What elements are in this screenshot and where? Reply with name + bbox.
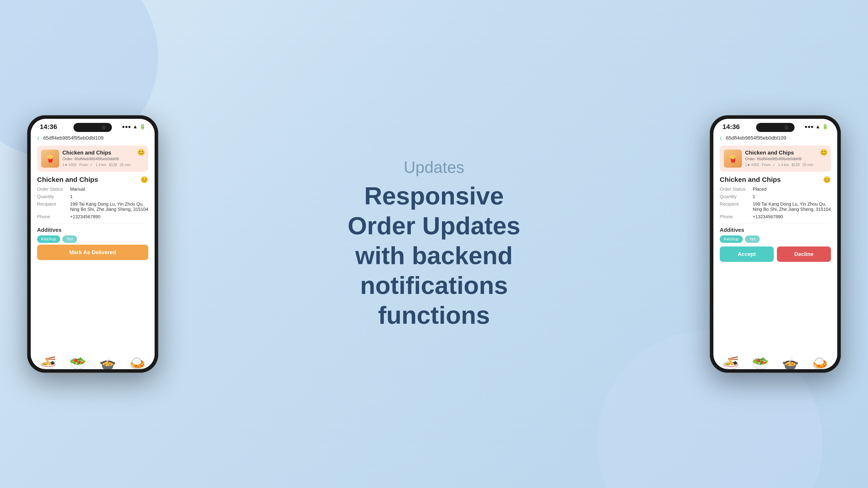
- app-content-left: ‹ 65dfl4eb9854f95eb0dbl109 🍟 Chicken and…: [31, 132, 155, 260]
- detail-row-recipient-left: Recipient 199 Tai Kang Dong Lu, Yin Zhou…: [37, 201, 148, 212]
- additives-label-left: Additives: [37, 227, 148, 233]
- food-icon-r3: 🍲: [782, 355, 799, 369]
- iphone-screen-right: 14:36 ●●● ▲ 🔋 ‹ 65dfl4eb9854f95eb0dbl109…: [713, 119, 837, 369]
- order-emoji-left: 😊: [137, 149, 145, 156]
- food-icon-r4: 🍛: [812, 355, 829, 369]
- food-icon-3: 🍲: [99, 355, 116, 369]
- order-card-subtitle-right: Order: 65dfl4eb9854f95eb0dbl09: [745, 157, 827, 161]
- order-card-info-right: Chicken and Chips Order: 65dfl4eb9854f95…: [745, 150, 827, 167]
- food-thumbnail-left: 🍟: [41, 150, 59, 168]
- tag-yes-right: Yes: [745, 235, 760, 243]
- additives-section-right: Additives Ketchup Yes: [720, 227, 831, 243]
- order-card-meta-left: 1★ #302 From: ✓ 1.4 km $128 25 min: [62, 163, 144, 167]
- food-icon-2: 🥗: [69, 355, 86, 369]
- app-header-left: ‹ 65dfl4eb9854f95eb0dbl109: [37, 132, 148, 145]
- meta-from-left: From: ✓: [79, 163, 93, 167]
- order-card-title-left: Chicken and Chips: [62, 150, 144, 156]
- additives-label-right: Additives: [720, 227, 831, 233]
- back-button-right[interactable]: ‹: [720, 133, 722, 142]
- food-icon-r1: 🍜: [722, 355, 739, 369]
- iphone-frame-left: 14:36 ●●● ▲ 🔋 ‹ 65dfl4eb9854f95eb0dbl109…: [27, 115, 158, 373]
- tag-ketchup-right: Ketchup: [720, 235, 743, 243]
- mark-delivered-button[interactable]: Mark As Delivered: [37, 245, 148, 260]
- status-icons-right: ●●● ▲ 🔋: [804, 124, 828, 130]
- detail-row-recipient-right: Recipient 199 Tai Kang Dong Lu, Yin Zhou…: [720, 201, 831, 212]
- divider-left: [37, 223, 148, 224]
- decline-button[interactable]: Decline: [777, 247, 831, 262]
- divider-right: [720, 223, 831, 224]
- center-content: Updates Responsive Order Updates with ba…: [332, 158, 536, 330]
- accept-button[interactable]: Accept: [720, 247, 774, 262]
- detail-title-right: Chicken and Chips 😊: [720, 176, 831, 184]
- time-left: 14:36: [40, 123, 57, 131]
- food-icon-1: 🍜: [39, 355, 57, 369]
- phone-left: 14:36 ●●● ▲ 🔋 ‹ 65dfl4eb9854f95eb0dbl109…: [27, 115, 158, 373]
- time-right: 14:36: [722, 123, 740, 131]
- recipient-label-left: Recipient: [37, 201, 66, 212]
- order-card-meta-right: 1★ #302 From: ✓ 1.4 km $128 25 min: [745, 163, 827, 167]
- camera-dot-right: [784, 126, 788, 129]
- phone-label-left: Phone: [37, 214, 66, 219]
- additives-tags-right: Ketchup Yes: [720, 235, 831, 243]
- order-emoji-right: 😊: [820, 149, 828, 156]
- status-label-right: Order Status: [720, 187, 749, 192]
- app-header-right: ‹ 65dfl4eb9854f95eb0dbl109: [720, 132, 831, 145]
- detail-row-status-left: Order Status Manual: [37, 187, 148, 192]
- qty-value-right: 1: [753, 194, 831, 199]
- recipient-value-right: 199 Tai Kang Dong Lu, Yin Zhou Qu, Ning …: [753, 201, 831, 212]
- qty-label-right: Quantity: [720, 194, 749, 199]
- iphone-frame-right: 14:36 ●●● ▲ 🔋 ‹ 65dfl4eb9854f95eb0dbl109…: [710, 115, 841, 373]
- main-heading: Responsive Order Updates with backend no…: [332, 181, 536, 330]
- app-content-right: ‹ 65dfl4eb9854f95eb0dbl109 🍟 Chicken and…: [713, 132, 837, 262]
- detail-row-phone-left: Phone +13234567890: [37, 214, 148, 219]
- detail-row-phone-right: Phone +13234567890: [720, 214, 831, 219]
- meta-distance-right: 1.4 km: [778, 163, 789, 167]
- detail-row-qty-right: Quantity 1: [720, 194, 831, 199]
- phone-value-right: +13234567890: [753, 214, 831, 219]
- detail-row-qty-left: Quantity 1: [37, 194, 148, 199]
- additives-section-left: Additives Ketchup Yes: [37, 227, 148, 243]
- recipient-label-right: Recipient: [720, 201, 749, 212]
- order-id-left: 65dfl4eb9854f95eb0dbl109: [43, 135, 103, 141]
- detail-avatar-right: 😊: [823, 176, 831, 184]
- meta-time-left: 25 min: [120, 163, 131, 167]
- additives-tags-left: Ketchup Yes: [37, 235, 148, 243]
- meta-rating-left: 1★ #302: [62, 163, 76, 167]
- tag-yes-left: Yes: [62, 235, 77, 243]
- food-decorations-left: 🍜 🥗 🍲 🍛: [31, 324, 155, 369]
- meta-price-left: $128: [109, 163, 117, 167]
- phone-right: 14:36 ●●● ▲ 🔋 ‹ 65dfl4eb9854f95eb0dbl109…: [710, 115, 841, 373]
- detail-avatar-left: 😊: [141, 176, 148, 184]
- qty-label-left: Quantity: [37, 194, 66, 199]
- back-button-left[interactable]: ‹: [37, 133, 39, 142]
- dynamic-island-left: [73, 123, 112, 132]
- order-card-subtitle-left: Order: 65dfl4eb9854f95eb0dbl09: [62, 157, 144, 161]
- dynamic-island-right: [756, 123, 795, 132]
- food-icon-4: 🍛: [129, 355, 146, 369]
- tag-ketchup-left: Ketchup: [37, 235, 60, 243]
- qty-value-left: 1: [70, 194, 148, 199]
- food-decorations-right: 🍜 🥗 🍲 🍛: [713, 324, 837, 369]
- meta-price-right: $128: [792, 163, 800, 167]
- status-value-left: Manual: [70, 187, 148, 192]
- detail-title-left: Chicken and Chips 😊: [37, 176, 148, 184]
- meta-distance-left: 1.4 km: [95, 163, 106, 167]
- detail-row-status-right: Order Status Placed: [720, 187, 831, 192]
- detail-section-left: Chicken and Chips 😊 Order Status Manual …: [37, 176, 148, 219]
- order-card-left: 🍟 Chicken and Chips Order: 65dfl4eb9854f…: [37, 145, 148, 172]
- detail-section-right: Chicken and Chips 😊 Order Status Placed …: [720, 176, 831, 219]
- meta-time-right: 25 min: [802, 163, 813, 167]
- recipient-value-left: 199 Tai Kang Dong Lu, Yin Zhou Qu, Ning …: [70, 201, 148, 212]
- status-value-right: Placed: [753, 187, 831, 192]
- iphone-screen-left: 14:36 ●●● ▲ 🔋 ‹ 65dfl4eb9854f95eb0dbl109…: [31, 119, 155, 369]
- order-id-right: 65dfl4eb9854f95eb0dbl109: [726, 135, 786, 141]
- action-buttons-right: Accept Decline: [720, 245, 831, 262]
- food-icon-r2: 🥗: [752, 355, 769, 369]
- order-card-right: 🍟 Chicken and Chips Order: 65dfl4eb9854f…: [720, 145, 831, 172]
- order-card-info-left: Chicken and Chips Order: 65dfl4eb9854f95…: [62, 150, 144, 167]
- food-thumbnail-right: 🍟: [724, 150, 742, 168]
- phone-label-right: Phone: [720, 214, 749, 219]
- order-card-title-right: Chicken and Chips: [745, 150, 827, 156]
- meta-from-right: From: ✓: [762, 163, 775, 167]
- camera-dot-left: [102, 126, 105, 129]
